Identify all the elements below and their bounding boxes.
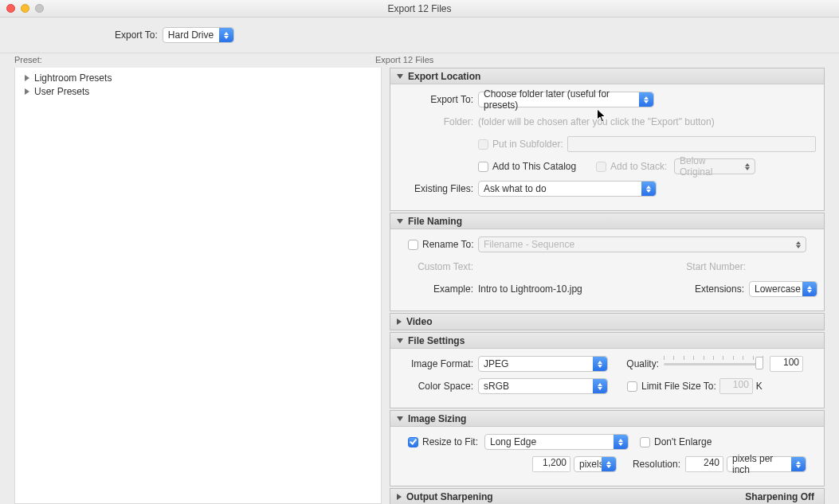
chevron-down-icon: [397, 338, 403, 343]
chevron-right-icon: [397, 318, 402, 325]
field-label: Quality:: [608, 358, 659, 369]
chevron-down-icon: [397, 74, 403, 79]
export-to-select[interactable]: Hard Drive: [163, 27, 234, 43]
preset-group-label: Lightroom Presets: [34, 72, 112, 84]
section-header[interactable]: Image Sizing: [390, 411, 824, 427]
right-header: Export 12 Files: [375, 55, 433, 64]
preset-group[interactable]: User Presets: [15, 84, 381, 98]
preset-group[interactable]: Lightroom Presets: [15, 71, 381, 84]
select-value: JPEG: [484, 358, 508, 369]
section-header[interactable]: Export Location: [390, 68, 824, 84]
select-value: pixels: [579, 459, 604, 470]
select-value: pixels per inch: [732, 453, 788, 475]
file-settings-section: File Settings Image Format: JPEG Quality…: [390, 332, 825, 408]
quality-input[interactable]: 100: [770, 356, 803, 372]
select-value: Below Original: [680, 155, 737, 178]
window-title: Export 12 Files: [0, 3, 839, 14]
preset-header: Preset:: [14, 55, 375, 64]
resize-to-fit-checkbox[interactable]: [408, 437, 418, 447]
checkbox-label: Don't Enlarge: [654, 436, 712, 447]
video-section: Video: [390, 313, 825, 330]
select-value: sRGB: [484, 381, 509, 392]
quality-slider[interactable]: [664, 358, 763, 369]
size-unit-select[interactable]: pixels: [574, 456, 617, 472]
example-filename: Intro to Lightroom-10.jpg: [478, 283, 582, 295]
section-header[interactable]: Video: [390, 314, 824, 330]
titlebar: Export 12 Files: [0, 0, 839, 18]
section-title: Image Sizing: [408, 413, 466, 424]
export-to-label: Export To:: [115, 29, 158, 41]
export-to-value: Hard Drive: [168, 29, 214, 41]
chevron-down-icon: [397, 219, 403, 224]
select-value: Long Edge: [490, 436, 536, 447]
limit-file-size-checkbox[interactable]: [627, 381, 637, 392]
chevron-down-icon: [397, 416, 403, 421]
section-header[interactable]: Output Sharpening Sharpening Off: [390, 489, 824, 504]
export-location-section: Export Location Export To: Choose folder…: [390, 68, 825, 211]
resize-method-select[interactable]: Long Edge: [484, 434, 629, 450]
section-title: Export Location: [408, 71, 480, 82]
field-label: Example:: [397, 283, 478, 295]
settings-panel: Export Location Export To: Choose folder…: [382, 68, 839, 504]
column-headers: Preset: Export 12 Files: [0, 53, 839, 68]
checkbox-label: Add to Stack:: [610, 161, 674, 172]
preset-group-label: User Presets: [34, 86, 89, 97]
toolbar: Export To: Hard Drive: [0, 18, 839, 53]
field-label: Extensions:: [695, 283, 744, 295]
dont-enlarge-checkbox[interactable]: [640, 437, 650, 447]
extensions-select[interactable]: Lowercase: [749, 281, 817, 297]
section-title: Video: [406, 316, 432, 327]
export-destination-select[interactable]: Choose folder later (useful for presets): [478, 92, 654, 107]
add-to-catalog-checkbox[interactable]: [478, 162, 488, 172]
existing-files-select[interactable]: Ask what to do: [478, 181, 657, 197]
field-label: Start Number:: [686, 261, 746, 272]
folder-hint: (folder will be chosen after you click t…: [478, 116, 715, 127]
image-format-select[interactable]: JPEG: [478, 356, 608, 372]
checkbox-label: Add to This Catalog: [492, 161, 596, 172]
section-title: File Naming: [408, 216, 462, 227]
size-input[interactable]: 1,200: [532, 456, 570, 472]
section-header[interactable]: File Settings: [390, 333, 824, 349]
select-value: Filename - Sequence: [484, 239, 574, 250]
preset-panel: Lightroom Presets User Presets: [14, 68, 382, 504]
slider-thumb[interactable]: [755, 357, 763, 369]
filename-template-select: Filename - Sequence: [478, 236, 806, 252]
checkbox-label: Resize to Fit:: [422, 436, 484, 447]
subfolder-input: [567, 136, 816, 152]
rename-to-checkbox[interactable]: [408, 240, 418, 250]
add-to-stack-checkbox: [596, 162, 606, 172]
resolution-unit-select[interactable]: pixels per inch: [727, 456, 806, 472]
section-status: Sharpening Off: [745, 491, 817, 502]
checkbox-label: Put in Subfolder:: [492, 139, 567, 150]
field-label: Export To:: [397, 94, 478, 105]
disclosure-triangle-icon: [25, 75, 29, 81]
select-value: Choose folder later (useful for presets): [484, 88, 636, 111]
put-in-subfolder-checkbox: [478, 139, 488, 150]
select-value: Lowercase: [755, 283, 801, 295]
stack-position-select: Below Original: [674, 158, 755, 174]
color-space-select[interactable]: sRGB: [478, 378, 608, 394]
field-label: Image Format:: [397, 358, 478, 369]
section-title: Output Sharpening: [406, 491, 493, 502]
field-label: Folder:: [397, 116, 478, 127]
resolution-input[interactable]: 240: [685, 456, 723, 472]
unit-label: K: [756, 381, 763, 392]
file-naming-section: File Naming Rename To: Filename - Sequen…: [390, 213, 825, 311]
field-label: Resolution:: [617, 459, 680, 470]
checkbox-label: Limit File Size To:: [641, 381, 716, 392]
select-value: Ask what to do: [484, 183, 547, 194]
image-sizing-section: Image Sizing Resize to Fit: Long Edge Do…: [390, 410, 825, 486]
chevron-right-icon: [397, 494, 402, 500]
section-title: File Settings: [408, 335, 465, 346]
disclosure-triangle-icon: [25, 88, 29, 95]
limit-file-size-input: 100: [719, 378, 753, 394]
section-header[interactable]: File Naming: [390, 213, 824, 229]
output-sharpening-section: Output Sharpening Sharpening Off: [390, 488, 825, 504]
checkbox-label: Rename To:: [422, 239, 478, 250]
field-label: Existing Files:: [397, 183, 478, 194]
field-label: Color Space:: [397, 381, 478, 392]
field-label: Custom Text:: [397, 261, 478, 272]
